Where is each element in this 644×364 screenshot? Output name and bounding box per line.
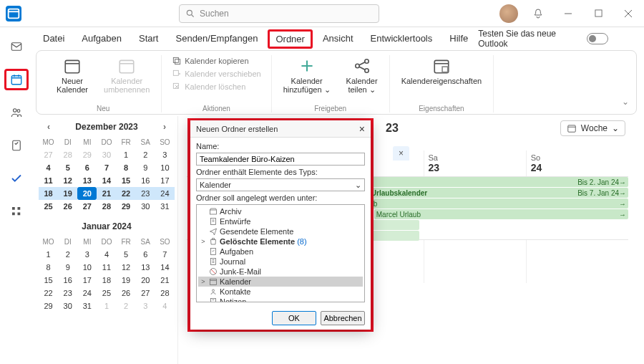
minical-day[interactable]: 10 [155,161,175,174]
minical-day[interactable]: 2 [58,248,77,261]
minimize-button[interactable] [558,4,578,24]
try-new-toggle[interactable] [587,33,608,44]
minical-day[interactable]: 9 [136,161,155,174]
dialog-close-button[interactable]: × [359,123,365,135]
tree-item-tasks[interactable]: Aufgaben [198,246,363,257]
minical-day[interactable]: 20 [136,274,155,287]
minical-day[interactable]: 28 [97,200,116,213]
cancel-button[interactable]: Abbrechen [321,311,365,325]
minical-day[interactable]: 22 [39,287,58,300]
menu-start[interactable]: Start [132,29,165,49]
minical-day[interactable]: 19 [58,187,77,200]
menu-ansicht[interactable]: Ansicht [316,29,361,49]
minical-day[interactable]: 20 [77,187,97,200]
minical-day[interactable]: 21 [155,274,175,287]
maximize-button[interactable] [588,4,608,24]
notifications-icon[interactable] [528,4,548,24]
minical-day[interactable]: 8 [39,261,58,274]
tree-item-junk[interactable]: Junk-E-Mail [198,267,363,277]
minical-day[interactable]: 23 [136,187,155,200]
minical-day[interactable]: 30 [97,148,116,161]
minical-day[interactable]: 25 [97,287,116,300]
minical-day[interactable]: 15 [39,274,58,287]
minical-day[interactable]: 21 [97,187,116,200]
minical-day[interactable]: 5 [58,161,77,174]
minical-day[interactable]: 17 [77,274,97,287]
minical-day[interactable]: 27 [39,148,58,161]
minical-day[interactable]: 30 [136,200,155,213]
minical-day[interactable]: 10 [77,261,97,274]
minical-day[interactable]: 7 [155,248,175,261]
minical-day[interactable]: 29 [117,200,136,213]
minical-day[interactable]: 6 [77,161,97,174]
close-button[interactable] [618,4,638,24]
minical-day[interactable]: 8 [117,161,136,174]
minical-day[interactable]: 2 [117,300,136,312]
tree-item-contacts[interactable]: Kontakte [198,287,363,297]
minical-day[interactable]: 6 [136,248,155,261]
minical-day[interactable]: 24 [155,187,175,200]
day-header[interactable]: So24 [526,150,628,176]
minical-day[interactable]: 28 [155,287,175,300]
menu-ordner[interactable]: Ordner [268,29,312,49]
minical-day[interactable]: 3 [155,148,175,161]
minical-day[interactable]: 17 [155,174,175,187]
minical-day[interactable]: 7 [97,161,116,174]
minical-day[interactable]: 27 [77,200,97,213]
minical-day[interactable]: 28 [58,148,77,161]
calendar-nav-icon[interactable] [4,69,29,90]
minical-day[interactable]: 16 [58,274,77,287]
minical-day[interactable]: 3 [77,248,97,261]
minical-day[interactable]: 31 [155,200,175,213]
avatar[interactable] [499,4,518,23]
minical-day[interactable]: 25 [39,200,58,213]
move-calendar-button[interactable]: Kalender verschieben [169,68,263,80]
delete-calendar-button[interactable]: Kalender löschen [169,81,263,92]
share-calendar-button[interactable]: Kalender teilen ⌄ [342,55,382,95]
menu-senden/empfangen[interactable]: Senden/Empfangen [169,29,265,49]
minical-day[interactable]: 26 [58,200,77,213]
ok-button[interactable]: OK [272,311,316,325]
menu-hilfe[interactable]: Hilfe [442,29,475,49]
add-calendar-button[interactable]: Kalender hinzufügen ⌄ [279,55,335,95]
folder-tree[interactable]: ArchivEntwürfeGesendete Elemente>Gelösch… [196,204,365,302]
minical-day[interactable]: 1 [39,248,58,261]
next-month-button[interactable]: › [159,122,170,132]
folder-type-select[interactable]: Kalender⌄ [196,178,365,191]
minical-day[interactable]: 12 [117,261,136,274]
event-marcel[interactable]: Marcel Urlaub→ [374,209,628,219]
view-mode-dropdown[interactable]: Woche ⌄ [560,120,625,136]
minical-day[interactable]: 29 [39,300,58,312]
more-apps-icon[interactable] [4,201,29,222]
tree-item-journal[interactable]: Journal [198,257,363,267]
new-calendar-button[interactable]: Neuer Kalender [52,55,92,95]
minical-day[interactable]: 4 [155,300,175,312]
menu-datei[interactable]: Datei [36,29,72,49]
minical-day[interactable]: 22 [117,187,136,200]
tree-item-notes[interactable]: Notizen [198,297,363,302]
ribbon-collapse-icon[interactable]: ⌄ [622,97,629,107]
minical-day[interactable]: 30 [58,300,77,312]
minical-day[interactable]: 18 [39,187,58,200]
minical-day[interactable]: 14 [155,261,175,274]
minical-day[interactable]: 13 [136,261,155,274]
minical-day[interactable]: 18 [97,274,116,287]
tree-item-trash[interactable]: >Gelöschte Elemente (8) [198,236,363,246]
calendar-properties-button[interactable]: Kalendereigenschaften [397,55,487,87]
minical-day[interactable]: 13 [77,174,97,187]
minical-day[interactable]: 4 [97,248,116,261]
minical-day[interactable]: 26 [117,287,136,300]
minical-day[interactable]: 23 [58,287,77,300]
search-box[interactable]: Suchen [179,4,379,23]
minical-day[interactable]: 15 [117,174,136,187]
tree-item-sent[interactable]: Gesendete Elemente [198,226,363,236]
minical-day[interactable]: 14 [97,174,116,187]
minical-day[interactable]: 31 [77,300,97,312]
minical-day[interactable]: 5 [117,248,136,261]
tree-item-calendar[interactable]: >Kalender [198,277,363,287]
minical-day[interactable]: 3 [136,300,155,312]
todo-icon[interactable] [4,168,29,189]
minical-day[interactable]: 4 [39,161,58,174]
minical-day[interactable]: 11 [97,261,116,274]
minical-day[interactable]: 29 [77,148,97,161]
